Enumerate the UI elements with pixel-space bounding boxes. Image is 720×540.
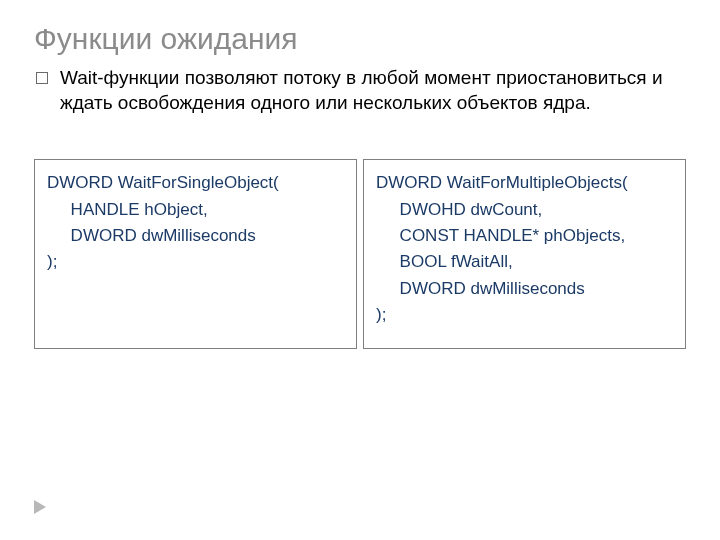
code-line: ); — [376, 302, 673, 328]
code-line: HANDLE hObject, — [47, 197, 344, 223]
description-block: Wait-функции позволяют потоку в любой мо… — [36, 66, 684, 115]
code-line: DWOHD dwCount, — [376, 197, 673, 223]
bullet-icon — [36, 72, 48, 84]
code-line: DWORD WaitForSingleObject( — [47, 170, 344, 196]
code-line: BOOL fWaitAll, — [376, 249, 673, 275]
code-line: DWORD WaitForMultipleObjects( — [376, 170, 673, 196]
code-boxes-row: DWORD WaitForSingleObject( HANDLE hObjec… — [34, 159, 686, 349]
code-line: DWORD dwMilliseconds — [47, 223, 344, 249]
description-text: Wait-функции позволяют потоку в любой мо… — [60, 66, 684, 115]
code-box-right: DWORD WaitForMultipleObjects( DWOHD dwCo… — [363, 159, 686, 349]
code-box-left: DWORD WaitForSingleObject( HANDLE hObjec… — [34, 159, 357, 349]
code-line: CONST HANDLE* phObjects, — [376, 223, 673, 249]
code-line: ); — [47, 249, 344, 275]
slide-title: Функции ожидания — [34, 22, 686, 56]
code-line: DWORD dwMilliseconds — [376, 276, 673, 302]
arrow-right-icon — [34, 500, 46, 514]
slide: Функции ожидания Wait-функции позволяют … — [0, 0, 720, 540]
